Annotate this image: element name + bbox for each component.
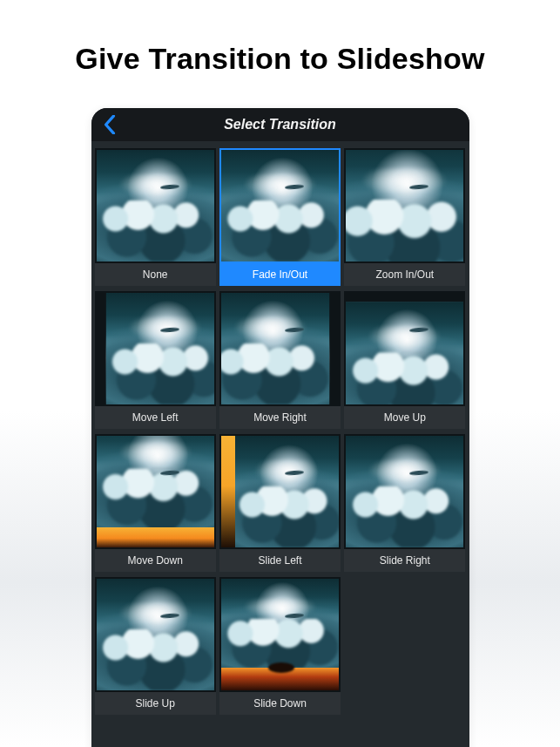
transition-grid: NoneFade In/OutZoom In/OutMove LeftMove … bbox=[95, 148, 466, 715]
transition-label: Move Up bbox=[344, 406, 465, 429]
transition-option[interactable]: Zoom In/Out bbox=[344, 148, 465, 286]
secondary-slide bbox=[221, 668, 339, 690]
transition-option[interactable]: None bbox=[95, 148, 216, 286]
transition-thumbnail bbox=[344, 148, 465, 263]
transition-label: Slide Left bbox=[219, 549, 341, 572]
transition-option[interactable]: Slide Up bbox=[95, 577, 216, 715]
transition-option[interactable]: Move Right bbox=[219, 291, 341, 429]
transition-thumbnail bbox=[344, 291, 465, 406]
cloud-scene bbox=[221, 579, 339, 668]
promo-title: Give Transition to Slideshow bbox=[0, 42, 560, 76]
transition-label: Move Down bbox=[95, 549, 216, 572]
device-frame: Select Transition NoneFade In/OutZoom In… bbox=[91, 108, 469, 747]
transition-label: Zoom In/Out bbox=[344, 263, 465, 286]
cloud-scene bbox=[346, 436, 463, 547]
cloud-scene bbox=[235, 436, 339, 547]
transition-option[interactable]: Move Left bbox=[95, 291, 216, 429]
transition-thumbnail bbox=[95, 291, 216, 406]
navbar: Select Transition bbox=[91, 108, 469, 141]
transition-stage: NoneFade In/OutZoom In/OutMove LeftMove … bbox=[91, 141, 469, 715]
chevron-left-icon bbox=[102, 115, 118, 134]
transition-label: Fade In/Out bbox=[219, 263, 341, 286]
transition-label: Slide Right bbox=[344, 549, 465, 572]
transition-thumbnail bbox=[95, 434, 216, 549]
secondary-slide bbox=[221, 436, 235, 547]
transition-thumbnail bbox=[219, 148, 341, 263]
transition-thumbnail bbox=[344, 434, 465, 549]
cloud-scene bbox=[97, 434, 214, 530]
transition-option[interactable]: Move Down bbox=[95, 434, 216, 572]
back-button[interactable] bbox=[97, 108, 123, 141]
cloud-scene bbox=[221, 150, 339, 261]
transition-option[interactable]: Slide Right bbox=[344, 434, 465, 572]
transition-thumbnail bbox=[95, 148, 216, 263]
transition-option[interactable]: Slide Left bbox=[219, 434, 341, 572]
transition-label: Move Left bbox=[95, 406, 216, 429]
secondary-slide bbox=[97, 527, 214, 547]
navbar-title: Select Transition bbox=[224, 117, 336, 132]
transition-label: Move Right bbox=[219, 406, 341, 429]
transition-option[interactable]: Move Up bbox=[344, 291, 465, 429]
transition-thumbnail bbox=[95, 577, 216, 692]
transition-thumbnail bbox=[219, 434, 341, 549]
cloud-scene bbox=[97, 150, 214, 261]
transition-option[interactable]: Slide Down bbox=[219, 577, 341, 715]
cloud-scene bbox=[346, 302, 463, 406]
transition-thumbnail bbox=[219, 291, 341, 406]
cloud-scene bbox=[219, 293, 330, 404]
transition-label: Slide Down bbox=[219, 692, 341, 715]
transition-thumbnail bbox=[219, 577, 341, 692]
cloud-scene bbox=[97, 579, 214, 690]
cloud-scene bbox=[344, 148, 465, 263]
cloud-scene bbox=[105, 293, 216, 404]
transition-option[interactable]: Fade In/Out bbox=[219, 148, 341, 286]
transition-label: None bbox=[95, 263, 216, 286]
transition-label: Slide Up bbox=[95, 692, 216, 715]
